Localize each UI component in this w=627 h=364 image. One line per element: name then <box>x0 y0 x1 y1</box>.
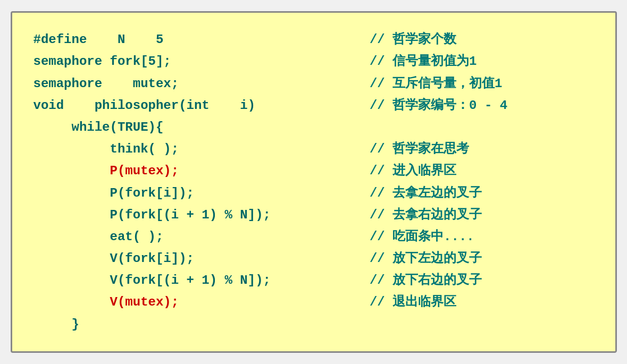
comment-text: // 哲学家在思考 <box>370 142 469 156</box>
code-cell: P(mutex); <box>34 160 370 182</box>
table-row: V(mutex);// 退出临界区 <box>34 291 594 313</box>
code-line: P(fork[i]); <box>34 186 194 200</box>
code-cell: void philosopher(int i) <box>34 95 370 116</box>
code-line: void philosopher(int i) <box>34 98 256 113</box>
code-cell: think( ); <box>34 138 370 160</box>
table-row: P(fork[i]);// 去拿左边的叉子 <box>34 182 594 204</box>
code-cell: V(fork[i]); <box>34 248 370 269</box>
comment-cell: // 哲学家编号：0 - 4 <box>370 95 594 116</box>
comment-text: // 去拿左边的叉子 <box>370 186 482 200</box>
code-line: think( ); <box>34 142 179 156</box>
code-line: P(fork[(i + 1) % N]); <box>34 208 271 222</box>
table-row: P(mutex);// 进入临界区 <box>34 160 594 182</box>
code-cell: semaphore mutex; <box>34 73 370 95</box>
comment-cell: // 放下右边的叉子 <box>370 269 594 291</box>
code-cell: V(fork[(i + 1) % N]); <box>34 269 370 291</box>
comment-cell <box>370 116 594 138</box>
code-line: semaphore mutex; <box>34 77 179 91</box>
code-line: V(fork[i]); <box>34 251 194 266</box>
table-row: while(TRUE){ <box>34 116 594 138</box>
comment-cell: // 去拿左边的叉子 <box>370 182 594 204</box>
code-cell: #define N 5 <box>34 29 370 50</box>
comment-cell <box>370 314 594 335</box>
code-cell: semaphore fork[5]; <box>34 50 370 72</box>
table-row: #define N 5// 哲学家个数 <box>34 29 594 50</box>
code-cell: V(mutex); <box>34 291 370 313</box>
table-row: } <box>34 314 594 335</box>
code-line: } <box>34 317 79 332</box>
code-cell: } <box>34 314 370 335</box>
comment-text: // 吃面条中.... <box>370 230 474 244</box>
comment-text: // 退出临界区 <box>370 295 456 309</box>
comment-text: // 哲学家个数 <box>370 32 456 47</box>
code-line: #define N 5 <box>34 32 164 47</box>
comment-cell: // 退出临界区 <box>370 291 594 313</box>
table-row: think( );// 哲学家在思考 <box>34 138 594 160</box>
code-cell: P(fork[i]); <box>34 182 370 204</box>
comment-cell: // 哲学家个数 <box>370 29 594 50</box>
comment-text: // 进入临界区 <box>370 164 456 178</box>
comment-cell: // 放下左边的叉子 <box>370 248 594 269</box>
code-line: V(fork[(i + 1) % N]); <box>34 273 271 287</box>
table-row: V(fork[(i + 1) % N]);// 放下右边的叉子 <box>34 269 594 291</box>
code-line: V(mutex); <box>34 295 179 309</box>
table-row: P(fork[(i + 1) % N]);// 去拿右边的叉子 <box>34 204 594 226</box>
comment-cell: // 信号量初值为1 <box>370 50 594 72</box>
code-cell: P(fork[(i + 1) % N]); <box>34 204 370 226</box>
table-row: semaphore fork[5];// 信号量初值为1 <box>34 50 594 72</box>
table-row: V(fork[i]);// 放下左边的叉子 <box>34 248 594 269</box>
code-cell: while(TRUE){ <box>34 116 370 138</box>
code-line: semaphore fork[5]; <box>34 54 171 69</box>
comment-cell: // 吃面条中.... <box>370 226 594 248</box>
comment-text: // 信号量初值为1 <box>370 54 477 69</box>
code-table: #define N 5// 哲学家个数semaphore fork[5];// … <box>34 29 594 335</box>
table-row: eat( );// 吃面条中.... <box>34 226 594 248</box>
comment-text: // 去拿右边的叉子 <box>370 208 482 222</box>
code-line: while(TRUE){ <box>34 120 164 134</box>
table-row: semaphore mutex;// 互斥信号量，初值1 <box>34 73 594 95</box>
comment-text: // 放下左边的叉子 <box>370 251 482 266</box>
comment-cell: // 哲学家在思考 <box>370 138 594 160</box>
code-line: eat( ); <box>34 230 164 244</box>
comment-cell: // 去拿右边的叉子 <box>370 204 594 226</box>
comment-cell: // 互斥信号量，初值1 <box>370 73 594 95</box>
code-line: P(mutex); <box>34 164 179 178</box>
code-cell: eat( ); <box>34 226 370 248</box>
comment-text: // 放下右边的叉子 <box>370 273 482 287</box>
comment-cell: // 进入临界区 <box>370 160 594 182</box>
table-row: void philosopher(int i)// 哲学家编号：0 - 4 <box>34 95 594 116</box>
comment-text: // 互斥信号量，初值1 <box>370 77 503 91</box>
comment-text: // 哲学家编号：0 - 4 <box>370 98 507 113</box>
code-container: #define N 5// 哲学家个数semaphore fork[5];// … <box>11 11 617 353</box>
